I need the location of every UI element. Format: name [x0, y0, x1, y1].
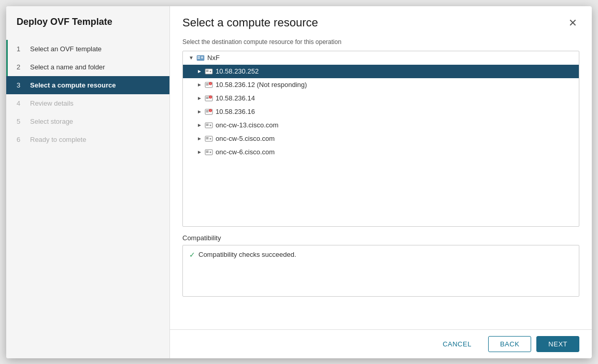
- host-icon: [205, 67, 213, 76]
- compatibility-label: Compatibility: [182, 234, 579, 242]
- svg-rect-5: [206, 70, 209, 71]
- tree-node-host6[interactable]: ► onc-cw-5.cisco.com: [183, 132, 579, 145]
- next-button[interactable]: NEXT: [536, 336, 579, 352]
- chevron-right-icon: ►: [195, 94, 204, 103]
- svg-rect-15: [206, 98, 209, 99]
- step-number-2: 2: [17, 63, 25, 71]
- chevron-right-icon: ►: [195, 135, 204, 143]
- chevron-down-icon: ▼: [187, 54, 195, 62]
- chevron-right-icon: ►: [195, 148, 204, 156]
- compatibility-message: Compatibility checks succeeded.: [198, 251, 296, 258]
- tree-node-host1[interactable]: ► 10.58.230.252: [183, 65, 579, 78]
- step-number-4: 4: [17, 99, 25, 107]
- svg-rect-9: [206, 83, 209, 84]
- dialog-footer: CANCEL BACK NEXT: [170, 329, 592, 358]
- chevron-right-icon: ►: [195, 121, 204, 129]
- page-title: Select a compute resource: [182, 16, 318, 30]
- svg-rect-25: [206, 125, 209, 126]
- tree-node-host7[interactable]: ► onc-cw-6.cisco.com: [183, 145, 579, 159]
- step-label-4: Review details: [30, 99, 74, 107]
- main-content: Select a compute resource ✕ Select the d…: [170, 6, 592, 358]
- step-label-2: Select a name and folder: [30, 63, 105, 71]
- host3-label: 10.58.236.14: [216, 94, 255, 102]
- svg-rect-28: [206, 137, 209, 138]
- host-error-icon: !: [205, 108, 213, 116]
- step-label-3: Select a compute resource: [30, 81, 116, 89]
- step-number-3: 3: [17, 81, 25, 89]
- svg-rect-24: [206, 124, 209, 125]
- svg-rect-3: [201, 56, 203, 59]
- page-subtitle: Select the destination compute resource …: [182, 38, 579, 46]
- compatibility-status: ✓ Compatibility checks succeeded.: [189, 251, 573, 259]
- svg-rect-6: [206, 71, 209, 72]
- svg-rect-33: [206, 152, 209, 153]
- back-button[interactable]: BACK: [488, 336, 531, 352]
- sidebar-item-5: 5 Select storage: [6, 112, 169, 130]
- step-label-1: Select an OVF template: [30, 45, 102, 53]
- host-error-icon: !: [205, 94, 213, 103]
- svg-rect-10: [206, 84, 209, 85]
- tree-node-host2[interactable]: ► ! 10.58.236.12 (Not responding): [183, 78, 579, 92]
- step-label-5: Select storage: [30, 118, 73, 125]
- host4-label: 10.58.236.16: [216, 108, 255, 115]
- sidebar-item-6: 6 Ready to complete: [6, 130, 169, 149]
- tree-node-host3[interactable]: ► ! 10.58.236.14: [183, 92, 579, 105]
- svg-point-34: [210, 151, 211, 153]
- content-header: Select a compute resource ✕: [170, 6, 592, 34]
- cluster-icon: [196, 54, 205, 62]
- tree-node-host4[interactable]: ► ! 10.58.236.16: [183, 105, 579, 119]
- host2-label: 10.58.236.12 (Not responding): [216, 81, 307, 89]
- deploy-ovf-dialog: Deploy OVF Template 1 Select an OVF temp…: [6, 6, 592, 358]
- sidebar-item-4: 4 Review details: [6, 94, 169, 112]
- content-body: Select the destination compute resource …: [170, 34, 592, 329]
- svg-point-30: [210, 138, 211, 139]
- chevron-right-icon: ►: [195, 81, 204, 89]
- svg-rect-19: [206, 110, 209, 111]
- host1-label: 10.58.230.252: [216, 67, 259, 75]
- host7-label: onc-cw-6.cisco.com: [216, 148, 275, 156]
- step-number-6: 6: [17, 136, 25, 143]
- chevron-right-icon: ►: [195, 108, 204, 116]
- svg-rect-29: [206, 138, 209, 139]
- svg-rect-2: [197, 57, 200, 59]
- host-icon: [205, 135, 213, 143]
- compatibility-box: ✓ Compatibility checks succeeded.: [182, 245, 579, 297]
- svg-point-7: [210, 70, 211, 72]
- tree-node-host5[interactable]: ► onc-cw-13.cisco.com: [183, 119, 579, 132]
- close-button[interactable]: ✕: [566, 16, 579, 30]
- step-label-6: Ready to complete: [30, 136, 86, 143]
- compatibility-section: Compatibility ✓ Compatibility checks suc…: [182, 234, 579, 297]
- host5-label: onc-cw-13.cisco.com: [216, 121, 278, 129]
- host6-label: onc-cw-5.cisco.com: [216, 135, 275, 142]
- check-icon: ✓: [189, 251, 195, 259]
- root-node-label: NxF: [207, 54, 220, 62]
- cancel-button[interactable]: CANCEL: [431, 337, 483, 352]
- host-icon: [205, 121, 213, 129]
- dialog-title: Deploy OVF Template: [6, 17, 169, 40]
- svg-point-26: [210, 124, 211, 126]
- sidebar-item-1[interactable]: 1 Select an OVF template: [6, 40, 169, 58]
- step-number-5: 5: [17, 118, 25, 125]
- chevron-right-icon: ►: [195, 67, 204, 76]
- svg-rect-14: [206, 97, 209, 98]
- sidebar-item-3[interactable]: 3 Select a compute resource: [6, 76, 169, 94]
- svg-rect-32: [206, 151, 209, 152]
- svg-rect-1: [197, 56, 200, 57]
- host-icon: [205, 148, 213, 156]
- step-number-1: 1: [17, 45, 25, 53]
- resource-tree[interactable]: ▼ NxF ►: [182, 51, 579, 227]
- host-error-icon: !: [205, 81, 213, 89]
- sidebar-item-2[interactable]: 2 Select a name and folder: [6, 58, 169, 76]
- tree-node-root[interactable]: ▼ NxF: [183, 51, 579, 65]
- wizard-sidebar: Deploy OVF Template 1 Select an OVF temp…: [6, 6, 170, 358]
- svg-rect-20: [206, 111, 209, 112]
